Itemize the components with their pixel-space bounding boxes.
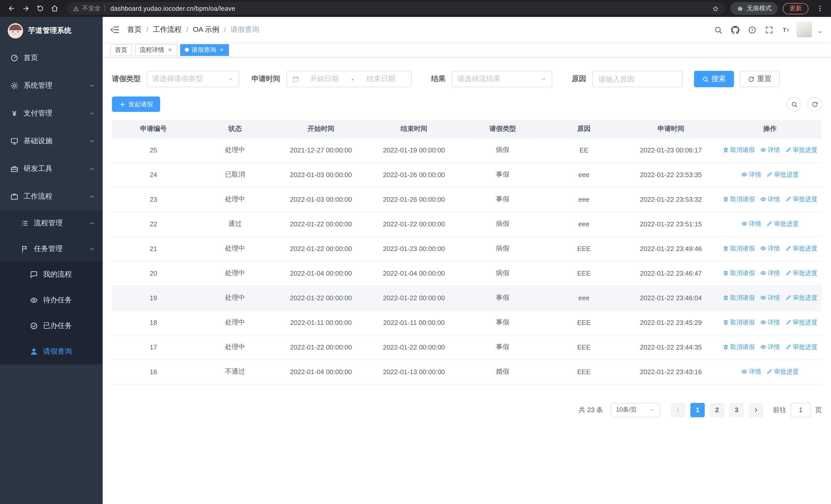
page-button-1[interactable]: 1 [690,403,705,417]
cancel-leave-link[interactable]: 取消请假 [722,343,755,351]
reason-input[interactable] [592,71,683,87]
result-select[interactable]: 请选择流结果 [452,71,552,87]
font-size-button[interactable]: TT [780,24,792,36]
approval-progress-link[interactable]: 审批进度 [785,195,818,204]
sidebar-item-todo-tasks[interactable]: 待办任务 [0,288,103,313]
browser-update-button[interactable]: 更新 [783,3,808,14]
next-page-button[interactable] [749,403,763,417]
tab-process-detail[interactable]: 流程详情 [135,44,177,56]
cancel-leave-link[interactable]: 取消请假 [722,318,755,327]
approval-progress-link[interactable]: 审批进度 [766,219,799,228]
approval-progress-link[interactable]: 审批进度 [785,293,818,302]
leave-type-select[interactable]: 请选择请假类型 [147,71,239,87]
refresh-table-button[interactable] [807,97,822,111]
browser-home-button[interactable] [47,1,62,16]
sidebar-item-system[interactable]: 系统管理 [0,72,103,99]
detail-link[interactable]: 详情 [741,367,761,376]
approval-progress-link[interactable]: 审批进度 [785,269,818,277]
approval-progress-link[interactable]: 审批进度 [766,367,799,376]
cancel-leave-link[interactable]: 取消请假 [722,195,755,204]
breadcrumb-item[interactable]: 工作流程 [153,25,182,34]
main-area: 首页 / 工作流程 / OA 示例 / 请假查询 ? [103,17,831,504]
sidebar-item-label: 待办任务 [43,296,72,305]
tab-home[interactable]: 首页 [110,44,132,56]
github-button[interactable] [729,24,741,36]
sidebar-item-done-tasks[interactable]: 已办任务 [0,313,103,339]
approval-progress-link[interactable]: 审批进度 [785,146,818,154]
cell-id: 20 [112,261,195,285]
security-label[interactable]: 不安全 [82,4,101,13]
url-text[interactable]: dashboard.yudao.iocoder.cn/bpm/oa/leave [110,5,235,12]
close-icon[interactable] [167,47,172,53]
chat-icon [30,270,38,279]
page-size-select[interactable]: 10条/页 [611,403,660,417]
cell-actions: 取消请假详情审批进度 [718,138,822,162]
detail-link[interactable]: 详情 [760,293,780,302]
cell-status: 处理中 [195,310,276,335]
svg-text:T: T [786,28,789,32]
approval-progress-link[interactable]: 审批进度 [785,318,818,327]
sidebar-item-home[interactable]: 首页 [0,44,103,72]
leave-table: 申请编号 状态 开始时间 结束时间 请假类型 原因 申请时间 操作 25处理中2… [112,120,822,384]
sidebar-item-infrastructure[interactable]: 基础设施 [0,127,103,155]
detail-link[interactable]: 详情 [760,146,780,154]
sidebar-item-devtools[interactable]: 研发工具 [0,155,103,183]
browser-back-button[interactable] [4,1,19,16]
cancel-leave-link[interactable]: 取消请假 [722,269,755,277]
sidebar-item-workflow[interactable]: 工作流程 [0,183,103,210]
sidebar-item-payment[interactable]: ¥ 支付管理 [0,99,103,127]
detail-link[interactable]: 详情 [760,318,780,327]
prev-page-button[interactable] [671,403,685,417]
browser-reload-button[interactable] [33,1,47,16]
address-bar[interactable]: 不安全 dashboard.yudao.iocoder.cn/bpm/oa/le… [67,2,725,15]
page-button-2[interactable]: 2 [710,403,724,417]
app-logo[interactable]: 芋道管理系统 [0,17,103,44]
bookmark-star-icon[interactable] [712,5,719,12]
cell-id: 25 [112,138,195,162]
cell-type: 事假 [461,310,544,335]
cancel-leave-link[interactable]: 取消请假 [722,244,755,253]
column-header: 申请时间 [624,120,718,138]
sidebar-item-task-management[interactable]: 任务管理 [0,236,103,262]
sidebar-collapse-icon[interactable] [110,25,120,35]
create-leave-button[interactable]: 发起请假 [112,96,160,112]
sidebar-item-my-process[interactable]: 我的流程 [0,262,103,288]
cancel-leave-link[interactable]: 取消请假 [722,146,755,154]
user-avatar[interactable] [797,22,812,37]
apply-time-range-picker[interactable]: 开始日期 - 结束日期 [286,71,412,87]
search-button[interactable]: 搜索 [694,71,734,87]
close-icon[interactable] [219,47,224,53]
edit-icon [785,295,791,301]
header-search-button[interactable] [712,24,724,36]
detail-link[interactable]: 详情 [741,219,761,228]
chevron-down-icon[interactable] [817,29,823,35]
cell-actions: 取消请假详情审批进度 [718,187,822,211]
hide-search-button[interactable] [787,97,801,111]
detail-link[interactable]: 详情 [760,195,780,204]
fullscreen-button[interactable] [763,24,775,36]
detail-link[interactable]: 详情 [741,170,761,179]
sidebar-item-leave-query[interactable]: 请假查询 [0,339,103,364]
approval-progress-link[interactable]: 审批进度 [785,343,818,351]
search-icon [791,101,797,108]
browser-menu-button[interactable] [812,1,827,16]
active-tab-dot [185,48,189,52]
sidebar-item-process-management[interactable]: 流程管理 [0,210,103,236]
browser-forward-button[interactable] [19,1,33,16]
detail-link[interactable]: 详情 [760,269,780,277]
breadcrumb-item[interactable]: 首页 [127,25,142,34]
reason-label: 原因 [572,75,586,84]
approval-progress-link[interactable]: 审批进度 [785,244,818,253]
detail-link[interactable]: 详情 [760,343,780,351]
eye-icon [30,296,38,304]
goto-page-input[interactable] [791,403,811,417]
help-button[interactable]: ? [746,24,758,36]
breadcrumb-item[interactable]: OA 示例 [193,25,220,34]
reset-button[interactable]: 重置 [740,71,780,87]
detail-link[interactable]: 详情 [760,244,780,253]
tab-leave-query[interactable]: 请假查询 [180,44,229,56]
approval-progress-link[interactable]: 审批进度 [766,170,799,179]
cancel-leave-link[interactable]: 取消请假 [722,293,755,302]
cell-actions: 详情审批进度 [718,359,822,384]
page-button-3[interactable]: 3 [729,403,744,417]
